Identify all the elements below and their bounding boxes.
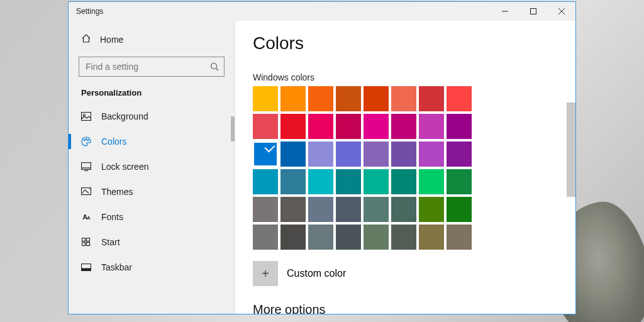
color-swatch[interactable] (364, 114, 389, 139)
sidebar-scrollbar-thumb[interactable] (231, 116, 235, 142)
nav-item-label: Colors (101, 136, 126, 147)
nav-home[interactable]: Home (69, 28, 235, 50)
maximize-icon (530, 8, 536, 14)
color-swatch[interactable] (447, 114, 472, 139)
svg-rect-17 (82, 243, 86, 246)
search-icon (210, 62, 219, 71)
maximize-button[interactable] (519, 2, 547, 21)
color-swatch[interactable] (447, 169, 472, 194)
color-swatch[interactable] (336, 142, 361, 167)
color-swatch[interactable] (419, 197, 444, 222)
close-button[interactable] (547, 2, 575, 21)
search-box[interactable] (79, 57, 225, 77)
nav-item-label: Taskbar (101, 262, 132, 272)
color-swatch[interactable] (336, 197, 361, 222)
nav-item-background[interactable]: Background (69, 104, 235, 129)
color-swatch[interactable] (336, 114, 361, 139)
svg-rect-6 (82, 113, 91, 121)
color-swatch[interactable] (280, 169, 306, 194)
close-icon (558, 8, 565, 14)
color-swatch[interactable] (336, 225, 361, 250)
color-swatch[interactable] (308, 86, 333, 111)
content-area: Colors Windows colors + Custom color Mor… (235, 21, 575, 314)
svg-rect-18 (87, 243, 90, 246)
search-input[interactable] (86, 62, 210, 72)
nav-item-label: Start (101, 237, 120, 247)
color-swatch[interactable] (364, 197, 389, 222)
nav-list: BackgroundColorsLock screenThemesAAFonts… (69, 104, 235, 280)
content-scrollbar-thumb[interactable] (567, 103, 575, 197)
color-swatch[interactable] (419, 142, 444, 167)
taskbar-icon (81, 264, 91, 271)
page-heading: Colors (253, 33, 558, 53)
color-swatch[interactable] (391, 225, 416, 250)
color-grid (253, 86, 472, 250)
color-swatch[interactable] (308, 114, 333, 139)
custom-color-add[interactable]: + (253, 261, 278, 286)
window-title: Settings (76, 7, 103, 16)
color-swatch[interactable] (419, 114, 444, 139)
nav-item-label: Fonts (101, 212, 123, 222)
color-swatch[interactable] (419, 86, 444, 111)
nav-item-themes[interactable]: Themes (69, 179, 235, 204)
color-swatch[interactable] (308, 197, 333, 222)
color-swatch[interactable] (336, 169, 361, 194)
svg-point-8 (84, 140, 85, 141)
svg-rect-16 (87, 238, 90, 242)
color-swatch[interactable] (308, 225, 333, 250)
themes-icon (81, 187, 91, 196)
color-swatch[interactable] (280, 142, 306, 167)
sidebar-section-title: Personalization (69, 86, 235, 104)
nav-item-start[interactable]: Start (69, 230, 235, 255)
nav-item-taskbar[interactable]: Taskbar (69, 255, 235, 280)
color-swatch[interactable] (253, 169, 278, 194)
minimize-icon (502, 8, 508, 14)
custom-color-row[interactable]: + Custom color (253, 261, 558, 286)
color-swatch[interactable] (280, 225, 306, 250)
nav-item-fonts[interactable]: AAFonts (69, 204, 235, 230)
palette-icon (81, 136, 91, 147)
color-swatch[interactable] (391, 169, 416, 194)
sidebar: Home Personalization BackgroundColorsLoc… (69, 21, 235, 314)
color-swatch[interactable] (253, 114, 278, 139)
nav-item-label: Themes (101, 187, 133, 197)
color-swatch[interactable] (280, 86, 306, 111)
nav-item-lock-screen[interactable]: Lock screen (69, 154, 235, 179)
color-swatch[interactable] (391, 86, 416, 111)
color-swatch[interactable] (391, 197, 416, 222)
color-swatch[interactable] (364, 142, 389, 167)
minimize-button[interactable] (491, 2, 519, 21)
svg-rect-15 (82, 238, 86, 242)
color-swatch[interactable] (447, 142, 472, 167)
color-swatch[interactable] (447, 86, 472, 111)
color-swatch[interactable] (447, 225, 472, 250)
svg-point-7 (84, 114, 86, 116)
svg-point-9 (86, 139, 87, 140)
color-swatch[interactable] (253, 142, 278, 167)
color-swatch[interactable] (308, 169, 333, 194)
color-swatch[interactable] (253, 197, 278, 222)
svg-point-10 (87, 140, 89, 141)
color-swatch[interactable] (253, 225, 278, 250)
color-swatch[interactable] (419, 225, 444, 250)
svg-rect-1 (530, 9, 536, 14)
color-swatch[interactable] (336, 86, 361, 111)
nav-item-label: Background (101, 111, 148, 121)
settings-window: Settings Home Personalization Back (68, 1, 576, 314)
color-swatch[interactable] (391, 114, 416, 139)
nav-item-label: Lock screen (101, 162, 148, 172)
color-swatch[interactable] (280, 114, 306, 139)
color-swatch[interactable] (364, 169, 389, 194)
color-swatch[interactable] (419, 169, 444, 194)
color-swatch[interactable] (280, 197, 306, 222)
color-swatch[interactable] (391, 142, 416, 167)
svg-rect-20 (82, 269, 91, 271)
color-swatch[interactable] (447, 197, 472, 222)
color-swatch[interactable] (308, 142, 333, 167)
custom-color-label: Custom color (287, 268, 346, 279)
start-icon (81, 238, 91, 247)
color-swatch[interactable] (364, 86, 389, 111)
color-swatch[interactable] (364, 225, 389, 250)
nav-item-colors[interactable]: Colors (69, 129, 235, 154)
color-swatch[interactable] (253, 86, 278, 111)
